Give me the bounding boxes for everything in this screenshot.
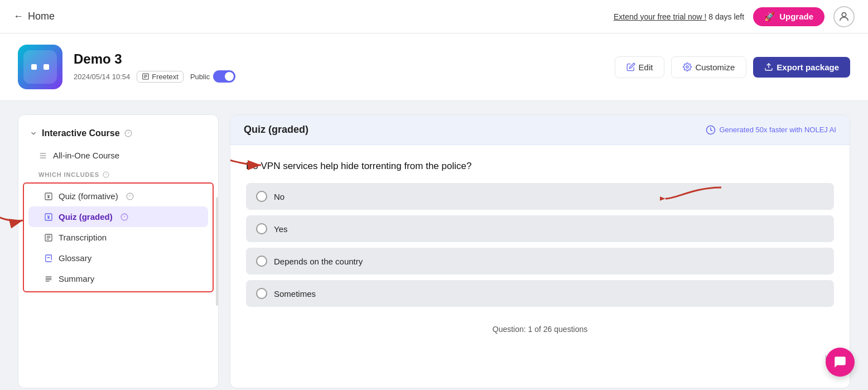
radio-sometimes[interactable]	[256, 288, 267, 299]
all-in-one-label: All-in-One Course	[53, 151, 119, 160]
answer-option-sometimes[interactable]: Sometimes	[246, 280, 834, 307]
trial-text: Extend your free trial now ! 8 days left	[614, 12, 744, 21]
back-arrow-icon: ←	[13, 11, 23, 22]
option-yes-label: Yes	[274, 224, 287, 234]
radio-yes[interactable]	[256, 223, 267, 234]
sidebar: Interactive Course All-in-One Course WHI…	[18, 114, 219, 388]
quiz-header: Quiz (graded) Generated 50x faster with …	[230, 115, 850, 145]
quiz-header-title: Quiz (graded)	[244, 124, 308, 136]
user-avatar[interactable]	[833, 6, 855, 27]
course-logo	[18, 45, 62, 89]
svg-rect-2	[44, 64, 49, 70]
course-header: Demo 3 2024/05/14 10:54 Freetext Public	[0, 33, 868, 101]
sidebar-item-summary[interactable]: Summary	[24, 268, 213, 289]
upgrade-button[interactable]: 🚀 Upgrade	[753, 7, 824, 26]
hp-badge: H:P	[230, 352, 850, 364]
home-link[interactable]: ← Home	[13, 11, 55, 22]
transcription-label: Transcription	[59, 233, 107, 242]
course-title: Demo 3	[74, 51, 235, 67]
question-counter: Question: 1 of 26 questions	[246, 318, 834, 340]
answer-option-yes[interactable]: Yes	[246, 215, 834, 242]
chat-bubble-button[interactable]	[826, 348, 855, 377]
nolej-badge: Generated 50x faster with NOLEJ AI	[706, 125, 836, 135]
quiz-area: Quiz (graded) Generated 50x faster with …	[230, 114, 850, 388]
sidebar-item-glossary[interactable]: Glossary	[24, 248, 213, 268]
customize-button[interactable]: Customize	[671, 56, 746, 78]
top-navigation: ← Home Extend your free trial now ! 8 da…	[0, 0, 868, 33]
question-text: Do VPN services help hide torrenting fro…	[246, 161, 834, 172]
quiz-body: Do VPN services help hide torrenting fro…	[230, 145, 850, 352]
course-header-left: Demo 3 2024/05/14 10:54 Freetext Public	[18, 45, 235, 89]
public-label: Public	[190, 73, 210, 81]
public-badge: Public	[190, 70, 235, 83]
export-package-button[interactable]: Export package	[753, 57, 850, 78]
answer-option-no[interactable]: No	[246, 183, 834, 210]
trial-link[interactable]: Extend your free trial now !	[614, 12, 707, 21]
course-header-actions: Edit Customize Export package	[615, 56, 850, 78]
home-label: Home	[28, 11, 55, 22]
radio-depends[interactable]	[256, 256, 267, 267]
glossary-label: Glossary	[59, 253, 91, 263]
sidebar-section-header: Interactive Course	[18, 124, 218, 145]
nolej-text: Generated 50x faster with NOLEJ AI	[719, 126, 836, 134]
sidebar-item-transcription[interactable]: Transcription	[24, 227, 213, 248]
option-sometimes-label: Sometimes	[274, 289, 316, 298]
radio-no[interactable]	[256, 191, 267, 202]
summary-label: Summary	[59, 274, 94, 283]
freetext-label: Freetext	[152, 73, 179, 81]
sidebar-item-all-in-one[interactable]: All-in-One Course	[18, 145, 218, 166]
quiz-formative-label: Quiz (formative)	[59, 191, 118, 201]
sidebar-item-quiz-formative[interactable]: Quiz (formative)	[24, 186, 213, 206]
sidebar-scrollbar	[216, 197, 218, 306]
sidebar-item-quiz-graded[interactable]: Quiz (graded)	[28, 206, 208, 227]
public-toggle[interactable]	[213, 70, 235, 83]
option-depends-label: Depends on the country	[274, 257, 363, 266]
course-logo-inner	[23, 50, 57, 84]
course-info: Demo 3 2024/05/14 10:54 Freetext Public	[74, 51, 235, 83]
option-no-label: No	[274, 192, 284, 201]
quiz-graded-label: Quiz (graded)	[59, 212, 113, 222]
svg-rect-1	[31, 64, 37, 70]
upgrade-rocket-icon: 🚀	[764, 12, 775, 22]
top-nav-right: Extend your free trial now ! 8 days left…	[614, 6, 855, 27]
course-meta: 2024/05/14 10:54 Freetext Public	[74, 70, 235, 83]
svg-point-7	[686, 66, 688, 68]
edit-button[interactable]: Edit	[615, 56, 665, 78]
answer-option-depends[interactable]: Depends on the country	[246, 248, 834, 275]
freetext-badge: Freetext	[137, 71, 184, 83]
svg-point-0	[842, 12, 846, 16]
which-includes-label: WHICH INCLUDES	[18, 166, 218, 180]
course-date: 2024/05/14 10:54	[74, 73, 130, 81]
sidebar-section-label: Interactive Course	[42, 128, 120, 138]
main-content: Interactive Course All-in-One Course WHI…	[0, 101, 868, 390]
